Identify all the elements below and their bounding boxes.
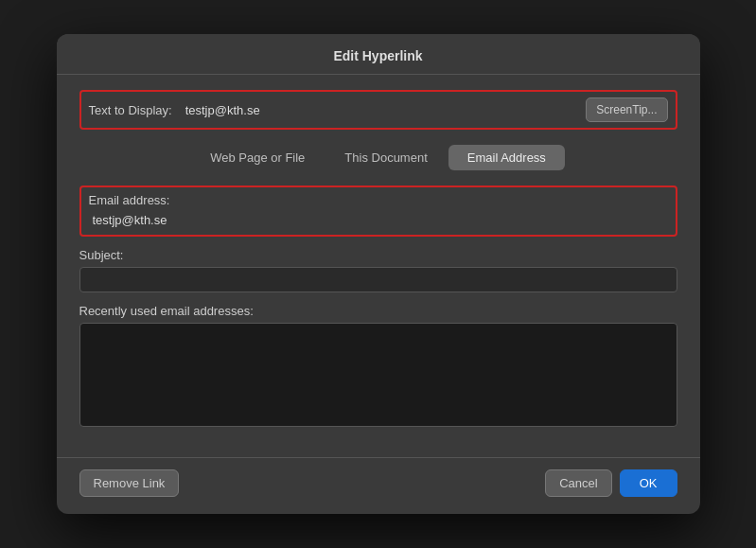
tab-email-address[interactable]: Email Address [448, 145, 565, 170]
tab-this-document[interactable]: This Document [325, 145, 446, 170]
subject-section: Subject: [79, 248, 677, 292]
subject-input[interactable] [79, 267, 677, 292]
tab-web-page[interactable]: Web Page or File [191, 145, 324, 170]
email-address-label: Email address: [89, 193, 668, 207]
dialog-body: Text to Display: ScreenTip... Web Page o… [57, 75, 700, 457]
footer-left: Remove Link [79, 469, 180, 497]
edit-hyperlink-dialog: Edit Hyperlink Text to Display: ScreenTi… [57, 34, 700, 514]
dialog-title: Edit Hyperlink [333, 48, 422, 63]
email-address-input[interactable] [89, 211, 668, 229]
email-address-group: Email address: [79, 186, 677, 237]
recently-label: Recently used email addresses: [79, 304, 677, 318]
text-to-display-input[interactable] [182, 101, 577, 119]
remove-link-button[interactable]: Remove Link [79, 469, 180, 497]
footer-right: Cancel OK [545, 469, 677, 497]
dialog-footer: Remove Link Cancel OK [57, 457, 700, 514]
title-bar: Edit Hyperlink [57, 34, 700, 75]
cancel-button[interactable]: Cancel [545, 469, 611, 497]
text-to-display-label: Text to Display: [89, 103, 172, 117]
ok-button[interactable]: OK [620, 469, 677, 497]
subject-label: Subject: [79, 248, 677, 262]
text-to-display-row: Text to Display: ScreenTip... [79, 90, 677, 130]
tabs-row: Web Page or File This Document Email Add… [79, 145, 677, 170]
recently-used-list[interactable] [79, 323, 677, 427]
screentip-button[interactable]: ScreenTip... [586, 97, 667, 122]
recently-section: Recently used email addresses: [79, 304, 677, 427]
